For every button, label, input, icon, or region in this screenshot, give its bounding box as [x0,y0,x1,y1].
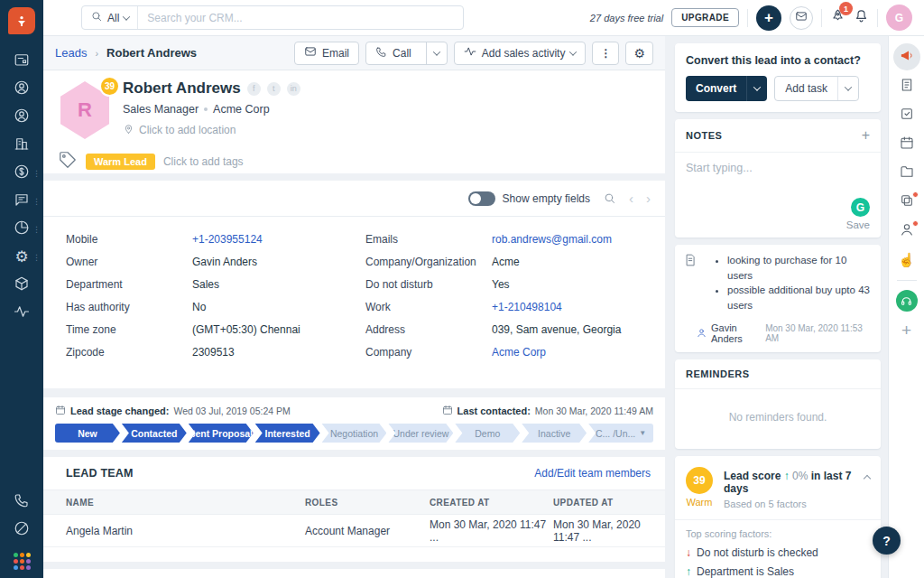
calendar-icon [900,135,914,154]
rail-item-participants[interactable] [889,217,924,246]
field-value-organization: Acme [492,256,520,268]
col-roles: ROLES [305,498,430,508]
folder-icon [900,164,914,182]
lead-score-delta: 0% [792,470,808,482]
global-search[interactable]: All [81,5,464,30]
note-entry[interactable]: looking to purchase for 10 users possibl… [675,245,881,352]
email-button[interactable]: Email [294,42,359,65]
lead-tag-chip[interactable]: Warm Lead [86,154,155,170]
sidebar-item-settings[interactable]: ⚙⋮ [0,243,43,271]
call-button-main[interactable]: Call [366,42,420,64]
stage-sent-proposal[interactable]: Sent Proposal [189,424,254,443]
quick-add-button[interactable]: + [756,5,781,31]
rail-item-templates[interactable] [889,188,924,217]
breadcrumb-leads-link[interactable]: Leads [55,46,87,60]
stage-negotiation[interactable]: Negotiation [322,424,387,443]
user-avatar[interactable]: G [886,5,912,31]
map-pin-icon [123,123,134,137]
note-save-button[interactable]: Save [846,219,870,230]
note-input[interactable]: Start typing... [686,162,870,198]
tag-icon [58,150,78,173]
team-table-row[interactable]: Angela Martin Account Manager Mon 30 Mar… [43,515,665,547]
caret-down-icon: ▼ [639,429,646,437]
help-button[interactable]: ? [873,527,901,555]
stage-contacted[interactable]: Contacted [122,424,187,443]
show-empty-fields-label: Show empty fields [503,192,590,205]
field-value-zipcode: 2309513 [192,346,235,359]
stage-new[interactable]: New [55,424,120,443]
scoring-factor: ↑Department is Sales [686,565,870,578]
search-scope-dropdown[interactable]: All [82,6,138,29]
rail-item-files[interactable] [889,159,924,188]
rail-item-add-widget[interactable]: + [889,315,924,344]
sidebar-item-contacts[interactable] [0,75,43,103]
show-empty-fields-toggle[interactable] [468,191,495,206]
sidebar-item-customers[interactable] [0,103,43,131]
field-label: Do not disturb [365,278,492,291]
sidebar-item-sales-activities[interactable] [0,299,43,327]
stage-under-review[interactable]: Under review [388,424,453,443]
page-settings-button[interactable]: ⚙ [625,42,653,65]
stage-interested[interactable]: Interested [255,424,320,443]
sidebar-item-explore[interactable] [0,516,43,544]
add-task-dropdown-caret[interactable] [837,77,858,100]
rail-item-support[interactable] [889,286,924,315]
add-note-icon[interactable]: + [862,128,870,143]
freshsales-logo-icon[interactable] [8,7,35,34]
stage-inactive[interactable]: Inactive [522,424,587,443]
sidebar-item-accounts[interactable] [0,131,43,159]
rail-item-gestures[interactable]: ☝ [889,246,924,275]
convert-card: Convert this lead into a contact? Conver… [675,43,881,112]
rail-item-notes[interactable] [889,72,924,101]
kebab-menu-icon: ⋮ [600,47,611,60]
stage-closed-dropdown[interactable]: C... /Un...▼ [588,424,653,443]
sidebar-item-reports[interactable]: ⋮ [0,215,43,243]
search-input[interactable] [138,12,463,24]
grammarly-icon[interactable]: G [851,198,870,217]
add-tags-placeholder[interactable]: Click to add tags [163,155,244,168]
rail-item-calendar[interactable] [889,130,924,159]
search-fields-icon[interactable] [603,191,616,205]
email-inbox-button[interactable] [790,6,813,30]
prev-chevron-icon[interactable]: ‹ [629,191,633,206]
field-value-work-phone[interactable]: +1-210498104 [492,301,562,313]
overflow-dots-icon: ⋮ [32,169,41,178]
add-task-button[interactable]: Add task [774,76,859,101]
linkedin-icon[interactable]: in [287,82,300,96]
add-location-field[interactable]: Click to add location [123,123,653,137]
whats-new-button[interactable]: 1 [830,8,845,27]
stage-demo[interactable]: Demo [455,424,520,443]
notifications-button[interactable] [854,8,869,27]
sidebar-item-app-switcher[interactable] [0,544,43,578]
field-value-company-link[interactable]: Acme Corp [492,346,546,359]
sidebar-item-conversations[interactable]: ⋮ [0,187,43,215]
gear-icon: ⚙ [14,249,28,265]
sidebar-item-products[interactable] [0,271,43,299]
sidebar-item-deals[interactable]: ⋮ [0,159,43,187]
upgrade-button[interactable]: UPGRADE [671,8,739,27]
field-row: Time zone(GMT+05:30) Chennai [66,318,365,340]
call-button[interactable]: Call [365,42,448,65]
more-actions-button[interactable]: ⋮ [592,42,619,65]
collapse-chevron-icon[interactable] [864,469,870,485]
rail-item-campaign[interactable] [889,43,924,72]
convert-dropdown-caret[interactable] [746,76,767,101]
field-value-mobile[interactable]: +1-203955124 [192,233,263,246]
add-sales-activity-button[interactable]: Add sales activity [454,42,587,65]
call-dropdown-caret[interactable] [426,42,447,64]
envelope-icon [795,10,808,26]
add-edit-team-members-link[interactable]: Add/Edit team members [534,467,651,480]
calendar-icon [55,405,66,417]
breadcrumb-separator: › [95,48,98,59]
rail-item-tasks[interactable] [889,101,924,130]
copy-stack-icon [900,193,914,211]
twitter-icon[interactable]: t [267,82,281,96]
field-value-emails[interactable]: rob.andrews@gmail.com [492,233,612,246]
convert-button[interactable]: Convert [686,76,767,101]
sidebar-item-leads[interactable] [0,47,43,75]
facebook-icon[interactable]: f [247,82,261,96]
next-chevron-icon[interactable]: › [646,191,651,206]
field-label: Owner [66,256,192,268]
sidebar-item-phone[interactable] [0,488,43,516]
phone-icon [375,46,387,61]
